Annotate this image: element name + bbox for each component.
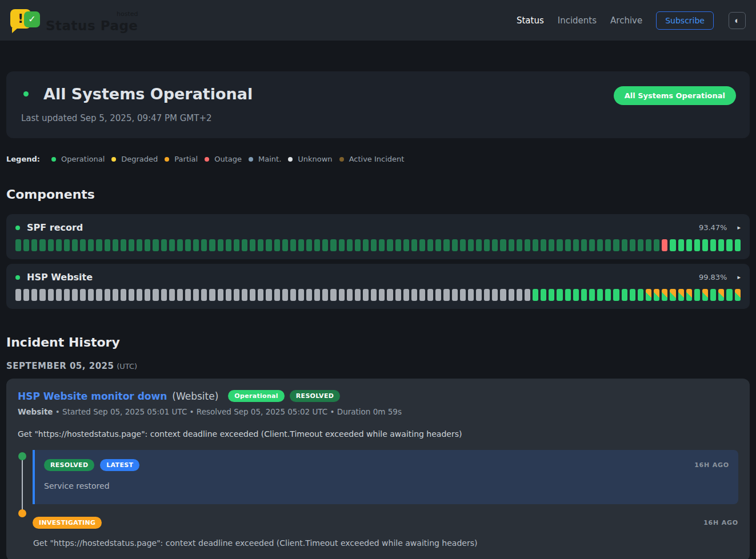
uptime-bar[interactable] — [339, 289, 345, 301]
uptime-bar[interactable] — [573, 239, 579, 251]
uptime-bar[interactable] — [209, 289, 215, 301]
nav-link-incidents[interactable]: Incidents — [558, 15, 597, 26]
uptime-bar[interactable] — [597, 289, 603, 301]
uptime-bar[interactable] — [613, 289, 619, 301]
uptime-bar[interactable] — [88, 239, 94, 251]
uptime-bar[interactable] — [185, 289, 191, 301]
uptime-bar[interactable] — [137, 239, 142, 251]
uptime-bar[interactable] — [306, 239, 312, 251]
uptime-bar[interactable] — [605, 239, 611, 251]
uptime-bar[interactable] — [185, 239, 191, 251]
uptime-bar[interactable] — [105, 289, 110, 301]
uptime-bar[interactable] — [613, 239, 619, 251]
uptime-bar[interactable] — [39, 289, 45, 301]
uptime-bar[interactable] — [694, 289, 700, 301]
uptime-bar[interactable] — [274, 239, 280, 251]
uptime-bar[interactable] — [306, 289, 312, 301]
uptime-bar[interactable] — [145, 289, 150, 301]
uptime-bar[interactable] — [533, 239, 538, 251]
uptime-bar[interactable] — [662, 239, 667, 251]
uptime-bar[interactable] — [23, 239, 29, 251]
uptime-bar[interactable] — [96, 239, 102, 251]
uptime-bar[interactable] — [314, 289, 320, 301]
uptime-bar[interactable] — [129, 289, 134, 301]
uptime-bar[interactable] — [500, 239, 506, 251]
uptime-bar[interactable] — [702, 239, 708, 251]
uptime-bar[interactable] — [322, 239, 328, 251]
uptime-bar[interactable] — [193, 239, 199, 251]
uptime-bar[interactable] — [549, 239, 554, 251]
uptime-bar[interactable] — [169, 289, 175, 301]
uptime-bar[interactable] — [363, 289, 369, 301]
uptime-bar[interactable] — [113, 239, 118, 251]
uptime-bar[interactable] — [678, 239, 684, 251]
uptime-bar[interactable] — [718, 239, 724, 251]
uptime-bar[interactable] — [266, 239, 271, 251]
uptime-bar[interactable] — [347, 239, 353, 251]
uptime-bar[interactable] — [250, 239, 255, 251]
uptime-bar[interactable] — [250, 289, 255, 301]
uptime-bar[interactable] — [209, 239, 215, 251]
uptime-bar[interactable] — [347, 289, 353, 301]
uptime-bar[interactable] — [23, 289, 29, 301]
uptime-bar[interactable] — [557, 239, 562, 251]
uptime-bar[interactable] — [726, 239, 732, 251]
uptime-bar[interactable] — [274, 289, 280, 301]
uptime-bar[interactable] — [694, 239, 700, 251]
uptime-bar[interactable] — [387, 289, 393, 301]
uptime-bar[interactable] — [403, 239, 409, 251]
uptime-bar[interactable] — [597, 239, 603, 251]
uptime-bar[interactable] — [282, 239, 288, 251]
uptime-bar[interactable] — [330, 239, 336, 251]
uptime-bar[interactable] — [670, 289, 675, 301]
uptime-bar[interactable] — [193, 289, 199, 301]
uptime-bar[interactable] — [258, 289, 263, 301]
uptime-bar[interactable] — [258, 239, 263, 251]
subscribe-button[interactable]: Subscribe — [656, 11, 714, 30]
uptime-bar[interactable] — [509, 289, 514, 301]
uptime-bar[interactable] — [48, 289, 54, 301]
uptime-bar[interactable] — [646, 239, 651, 251]
uptime-bar[interactable] — [290, 239, 296, 251]
uptime-bar[interactable] — [460, 239, 466, 251]
uptime-bar[interactable] — [557, 289, 562, 301]
uptime-bar[interactable] — [517, 289, 522, 301]
uptime-bar[interactable] — [735, 289, 741, 301]
uptime-bar[interactable] — [411, 289, 417, 301]
uptime-bar[interactable] — [468, 289, 474, 301]
uptime-bar[interactable] — [290, 289, 296, 301]
nav-link-archive[interactable]: Archive — [610, 15, 642, 26]
uptime-bar[interactable] — [121, 289, 126, 301]
uptime-bar[interactable] — [64, 239, 70, 251]
uptime-bar[interactable] — [379, 239, 385, 251]
uptime-bar[interactable] — [662, 289, 667, 301]
uptime-bar[interactable] — [654, 239, 659, 251]
uptime-bar[interactable] — [153, 289, 158, 301]
uptime-bar[interactable] — [298, 239, 304, 251]
uptime-bar[interactable] — [161, 239, 167, 251]
uptime-bar[interactable] — [638, 289, 643, 301]
uptime-bar[interactable] — [549, 289, 554, 301]
uptime-bar[interactable] — [15, 289, 21, 301]
uptime-bar[interactable] — [460, 289, 466, 301]
uptime-bar[interactable] — [517, 239, 522, 251]
uptime-bar[interactable] — [670, 239, 675, 251]
uptime-bar[interactable] — [476, 239, 482, 251]
uptime-bar[interactable] — [492, 289, 498, 301]
brand-logo[interactable]: ! ✓ hosted Status Page — [10, 8, 138, 33]
incident-title-link[interactable]: HSP Website monitor down — [18, 391, 167, 402]
uptime-bar[interactable] — [314, 239, 320, 251]
uptime-bar[interactable] — [56, 289, 62, 301]
uptime-bar[interactable] — [702, 289, 708, 301]
uptime-bar[interactable] — [565, 239, 571, 251]
uptime-bar[interactable] — [177, 239, 183, 251]
uptime-bar[interactable] — [242, 239, 247, 251]
uptime-bar[interactable] — [15, 239, 21, 251]
uptime-bar[interactable] — [282, 289, 288, 301]
uptime-bar[interactable] — [630, 289, 635, 301]
uptime-bar[interactable] — [427, 289, 433, 301]
uptime-bar[interactable] — [533, 289, 538, 301]
uptime-bar[interactable] — [226, 289, 231, 301]
uptime-bar[interactable] — [443, 239, 449, 251]
uptime-bar[interactable] — [72, 289, 78, 301]
